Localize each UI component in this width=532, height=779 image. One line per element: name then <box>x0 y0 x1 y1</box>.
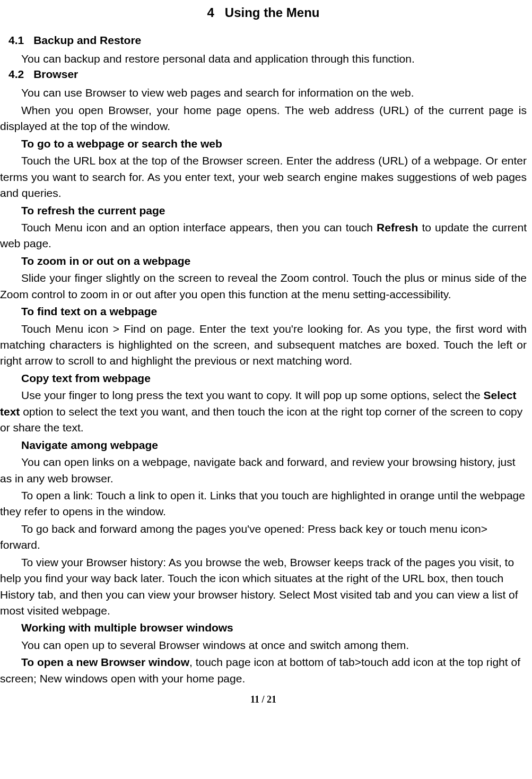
section-title: Browser <box>33 68 78 80</box>
subheading: To refresh the current page <box>0 203 527 219</box>
section-number: 4.2 <box>8 68 24 80</box>
paragraph: You can use Browser to view web pages an… <box>0 85 527 101</box>
paragraph: Use your finger to long press the text y… <box>0 387 527 436</box>
paragraph: Slide your finger slightly on the screen… <box>0 270 527 302</box>
subheading: To go to a webpage or search the web <box>0 136 527 152</box>
paragraph: Touch Menu icon and an option interface … <box>0 220 527 252</box>
text-run: Touch Menu icon and an option interface … <box>21 221 377 233</box>
subheading: To find text on a webpage <box>0 304 527 319</box>
subheading: Working with multiple browser windows <box>0 620 527 636</box>
subheading: Copy text from webpage <box>0 370 527 386</box>
chapter-title-text: Using the Menu <box>225 5 320 20</box>
chapter-title: 4 Using the Menu <box>0 5 527 20</box>
paragraph: You can backup and restore personal data… <box>0 51 527 67</box>
page-footer: 11 / 21 <box>0 694 527 705</box>
text-bold: To open a new Browser window <box>21 656 189 668</box>
text-run: option to select the text you want, and … <box>0 405 522 434</box>
paragraph: Touch the URL box at the top of the Brow… <box>0 153 527 201</box>
subheading: Navigate among webpage <box>0 437 527 453</box>
paragraph: To open a new Browser window, touch page… <box>0 654 527 687</box>
paragraph: To view your Browser history: As you bro… <box>0 555 527 619</box>
section-title: Backup and Restore <box>33 34 141 46</box>
text-bold: Refresh <box>377 221 418 233</box>
paragraph: To open a link: Touch a link to open it.… <box>0 488 527 520</box>
section-heading-4-1: 4.1Backup and Restore <box>8 34 527 47</box>
text-run: Use your finger to long press the text y… <box>21 389 484 401</box>
section-heading-4-2: 4.2Browser <box>8 68 527 81</box>
paragraph: You can open up to several Browser windo… <box>0 637 527 653</box>
paragraph: When you open Browser, your home page op… <box>0 102 527 135</box>
section-number: 4.1 <box>8 34 24 46</box>
subheading: To zoom in or out on a webpage <box>0 253 527 269</box>
chapter-number: 4 <box>207 5 214 20</box>
paragraph: Touch Menu icon > Find on page. Enter th… <box>0 321 527 369</box>
paragraph: You can open links on a webpage, navigat… <box>0 454 527 487</box>
paragraph: To go back and forward among the pages y… <box>0 521 527 553</box>
